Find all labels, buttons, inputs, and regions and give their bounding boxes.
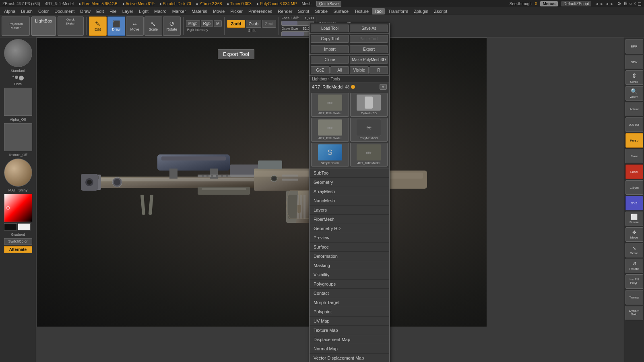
menu-render[interactable]: Render bbox=[275, 8, 295, 14]
scale-button[interactable]: ⤡ Scale bbox=[144, 16, 162, 36]
transp-button[interactable]: Transp bbox=[625, 290, 643, 304]
surface-item[interactable]: Surface bbox=[310, 243, 389, 252]
tool-thumb-rifle2[interactable]: rifle 4R7_RifleModel bbox=[311, 118, 349, 142]
all-button[interactable]: All bbox=[330, 66, 349, 74]
menu-picker[interactable]: Picker bbox=[228, 8, 245, 14]
rotate-button[interactable]: ↺ Rotate bbox=[163, 16, 181, 36]
zsub-button[interactable]: Zsub bbox=[246, 20, 261, 28]
layers-item[interactable]: Layers bbox=[310, 206, 389, 215]
main-canvas[interactable]: Export Tool bbox=[36, 37, 487, 327]
vector-displacement-item[interactable]: Vector Displacement Map bbox=[310, 354, 389, 362]
tool-thumb-polymesh[interactable]: ✳ PolyMesh3D bbox=[350, 118, 388, 142]
draw-button[interactable]: ⬛ Draw bbox=[107, 16, 125, 36]
menu-preferences[interactable]: Preferences bbox=[246, 8, 275, 14]
frame-button[interactable]: ⬜ Frame bbox=[625, 212, 643, 226]
menu-zplugin[interactable]: Zplugin bbox=[411, 8, 431, 14]
import-button[interactable]: Import bbox=[311, 45, 349, 53]
r-button-top[interactable]: R bbox=[369, 66, 388, 74]
clone-button[interactable]: Clone bbox=[311, 56, 349, 64]
texture-preview[interactable] bbox=[4, 123, 32, 151]
tool-thumb-simplebrush[interactable]: S SimpleBrush bbox=[311, 143, 349, 167]
nanomesh-item[interactable]: NanoMesh bbox=[310, 196, 389, 206]
menu-color[interactable]: Color bbox=[36, 8, 51, 14]
menu-file[interactable]: File bbox=[107, 8, 119, 14]
swatch-black[interactable] bbox=[4, 223, 17, 230]
move-button[interactable]: ↔ Move bbox=[126, 16, 144, 36]
menu-surface[interactable]: Surface bbox=[331, 8, 351, 14]
menu-edit[interactable]: Edit bbox=[94, 8, 106, 14]
zcut-button[interactable]: Zcut bbox=[262, 20, 276, 28]
scale-rp-button[interactable]: ⤡ Scale bbox=[625, 243, 643, 257]
menu-transform[interactable]: Transform bbox=[386, 8, 411, 14]
export-button[interactable]: Export bbox=[350, 45, 388, 53]
rotate-rp-button[interactable]: ↺ Rotate bbox=[625, 259, 643, 273]
menu-zscript[interactable]: Zscript bbox=[431, 8, 450, 14]
polygroups-item[interactable]: Polygroups bbox=[310, 280, 389, 289]
m-button[interactable]: M bbox=[214, 20, 222, 27]
menu-macro[interactable]: Macro bbox=[152, 8, 169, 14]
paste-tool-button[interactable]: Paste Tool bbox=[350, 35, 388, 43]
quick-sketch-button[interactable]: QuickSketch bbox=[58, 16, 84, 36]
lightbox-button[interactable]: LightBox bbox=[31, 16, 56, 36]
visible-button[interactable]: Visible bbox=[350, 66, 369, 74]
actual-button[interactable]: Actual bbox=[625, 102, 643, 116]
zadd-button[interactable]: Zadd bbox=[227, 20, 245, 28]
color-picker[interactable] bbox=[4, 194, 32, 230]
uv-map-item[interactable]: UV Map bbox=[310, 317, 389, 326]
persp-button[interactable]: Persp bbox=[625, 133, 643, 148]
menu-script[interactable]: Script bbox=[295, 8, 312, 14]
goz-button[interactable]: GoZ bbox=[311, 66, 330, 74]
xyz-button[interactable]: XYZ bbox=[625, 196, 643, 210]
arraymesh-item[interactable]: ArrayMesh bbox=[310, 187, 389, 196]
save-as-button[interactable]: Save As bbox=[350, 25, 388, 32]
menu-document[interactable]: Document bbox=[52, 8, 77, 14]
brush-preview[interactable] bbox=[4, 39, 32, 67]
preview-item[interactable]: Preview bbox=[310, 233, 389, 243]
tool-thumb-rifle3[interactable]: rifle 4R7_RifleModel bbox=[350, 143, 388, 167]
load-tool-button[interactable]: Load Tool bbox=[311, 25, 349, 32]
tool-thumb-cylinder[interactable]: Cylinder3D bbox=[350, 93, 388, 117]
menus-button[interactable]: Menus bbox=[540, 1, 558, 6]
aahalf-button[interactable]: AAHalf bbox=[625, 117, 643, 132]
rgb-button[interactable]: Rgb bbox=[201, 20, 213, 27]
geometry-item[interactable]: Geometry bbox=[310, 178, 389, 187]
edit-button[interactable]: ✎ Edit bbox=[89, 16, 107, 36]
scroll-button[interactable]: ⇕ Scroll bbox=[625, 70, 643, 85]
polypaint-item[interactable]: Polypaint bbox=[310, 307, 389, 317]
swatch-white[interactable] bbox=[18, 223, 31, 230]
alpha-preview[interactable] bbox=[4, 88, 32, 116]
masking-item[interactable]: Masking bbox=[310, 261, 389, 270]
switch-color-button[interactable]: SwitchColor bbox=[4, 238, 32, 245]
copy-tool-button[interactable]: Copy Tool bbox=[311, 35, 349, 43]
contact-item[interactable]: Contact bbox=[310, 289, 389, 298]
ins-fill-button[interactable]: Ins FillPolyF bbox=[625, 274, 643, 289]
menu-light[interactable]: Light bbox=[136, 8, 151, 14]
menu-texture[interactable]: Texture bbox=[352, 8, 371, 14]
menu-draw[interactable]: Draw bbox=[78, 8, 93, 14]
make-polymesh-button[interactable]: Make PolyMesh3D bbox=[350, 56, 388, 64]
texture-map-item[interactable]: Texture Map bbox=[310, 326, 389, 335]
displacement-map-item[interactable]: Displacement Map bbox=[310, 335, 389, 344]
menu-stroke[interactable]: Stroke bbox=[312, 8, 330, 14]
color-gradient[interactable] bbox=[4, 194, 32, 222]
fibermesh-item[interactable]: FiberMesh bbox=[310, 215, 389, 224]
menu-layer[interactable]: Layer bbox=[120, 8, 136, 14]
morph-target-item[interactable]: Morph Target bbox=[310, 298, 389, 307]
menu-brush[interactable]: Brush bbox=[19, 8, 35, 14]
menu-marker[interactable]: Marker bbox=[170, 8, 188, 14]
visibility-item[interactable]: Visibility bbox=[310, 270, 389, 280]
geometry-hd-item[interactable]: Geometry HD bbox=[310, 224, 389, 233]
local-button[interactable]: Local bbox=[625, 165, 643, 179]
menu-tool[interactable]: Tool bbox=[372, 8, 385, 14]
tool-thumb-rifle1[interactable]: rifle 4R7_RifleModel bbox=[311, 93, 349, 117]
bpr-button[interactable]: BPR bbox=[625, 39, 643, 53]
floor-button[interactable]: Floor bbox=[625, 149, 643, 163]
menu-movie[interactable]: Movie bbox=[211, 8, 227, 14]
r-button-tool[interactable]: R bbox=[380, 84, 387, 90]
solo-button[interactable]: DynamSolo bbox=[625, 306, 643, 320]
menu-alpha[interactable]: Alpha bbox=[2, 8, 18, 14]
mrgb-button[interactable]: Mrgb bbox=[186, 20, 200, 27]
lsym-button[interactable]: L.Sym bbox=[625, 180, 643, 195]
defaultzscript-button[interactable]: DefaultZScript bbox=[561, 1, 591, 6]
spix-button[interactable]: SPix bbox=[625, 55, 643, 69]
